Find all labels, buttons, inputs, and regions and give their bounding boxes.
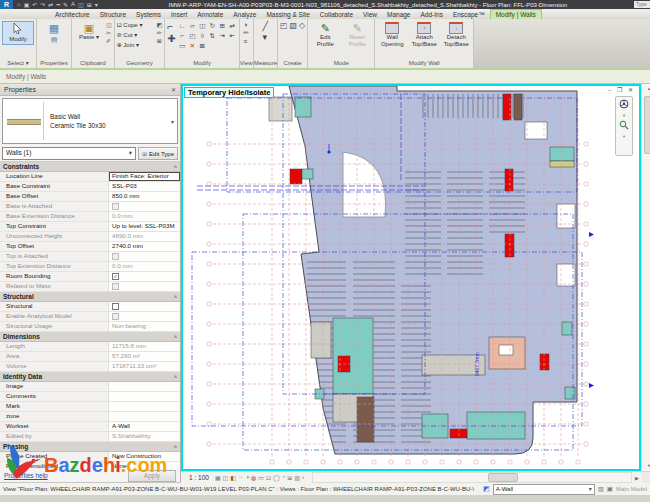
- 3d-view-icon[interactable]: ◫: [78, 1, 84, 8]
- tab-add-ins[interactable]: Add-Ins: [416, 10, 448, 19]
- editable-only-icon[interactable]: ▥: [598, 485, 604, 493]
- section-header-dimensions[interactable]: Dimensions^: [0, 332, 180, 342]
- grid-bubble[interactable]: [338, 460, 342, 464]
- property-value[interactable]: New Construction: [109, 452, 180, 461]
- grid-bubble[interactable]: [207, 422, 211, 426]
- grid-bubble[interactable]: [584, 262, 588, 266]
- drawing-area[interactable]: Temporary Hide/Isolate ‒ ❒ ✕ ▼ ▼ 9407.7m…: [181, 84, 641, 471]
- property-value[interactable]: SSL-P03: [109, 182, 180, 191]
- properties-help-link[interactable]: Properties help: [4, 472, 128, 479]
- wall-joins-icon[interactable]: ▭: [178, 41, 187, 50]
- grid-bubble[interactable]: [389, 460, 393, 464]
- tab-view[interactable]: View: [358, 10, 382, 19]
- grid-bubble[interactable]: [584, 142, 588, 146]
- property-value[interactable]: [109, 382, 180, 391]
- mirror-icon[interactable]: ▱: [188, 21, 197, 30]
- copy-icon[interactable]: ◫: [106, 21, 112, 28]
- grid-bubble[interactable]: [584, 242, 588, 246]
- property-value[interactable]: 850.0 mm: [109, 192, 180, 201]
- grid-bubble[interactable]: [584, 222, 588, 226]
- grid-bubble[interactable]: [457, 460, 461, 464]
- align-icon[interactable]: ⌐: [167, 21, 175, 32]
- room[interactable]: [565, 387, 575, 399]
- panel-label-select[interactable]: Select ▾: [0, 59, 36, 68]
- grid-bubble[interactable]: [423, 460, 427, 464]
- redo-icon[interactable]: ↷: [40, 1, 45, 8]
- grid-bubble[interactable]: [584, 322, 588, 326]
- collapse-icon[interactable]: ^: [174, 164, 177, 170]
- scale-icon[interactable]: ⇄: [228, 21, 237, 30]
- grid-bubble[interactable]: [584, 362, 588, 366]
- temporary-hide-isolate-badge[interactable]: Temporary Hide/Isolate: [184, 87, 274, 98]
- grid-bubble[interactable]: [207, 182, 211, 186]
- cope-button[interactable]: ⊡ Cope ▾: [117, 21, 155, 30]
- grid-bubble[interactable]: [584, 422, 588, 426]
- chevron-down-icon[interactable]: ▾: [168, 118, 177, 125]
- extend-icon[interactable]: ⇥: [218, 31, 227, 40]
- scroll-right-icon[interactable]: ▶: [632, 475, 642, 481]
- section-header-identity-data[interactable]: Identity Data^: [0, 372, 180, 382]
- properties-palette-header[interactable]: Properties ✕: [0, 84, 180, 96]
- create-parts-icon[interactable]: ◇: [299, 21, 305, 30]
- building-footprint[interactable]: [289, 86, 577, 454]
- property-value[interactable]: Finish Face: Exterior: [109, 172, 180, 181]
- worksharing-display-icon[interactable]: ▥: [294, 474, 300, 481]
- cut-geometry-button[interactable]: ⊘ Cut ▾: [117, 31, 155, 40]
- vertical-scrollbar[interactable]: ▲ ▼: [641, 84, 650, 471]
- modify-button[interactable]: Modify: [2, 21, 34, 45]
- grid-bubble[interactable]: [207, 242, 211, 246]
- cut-clipboard-icon[interactable]: ✂: [106, 29, 112, 36]
- ruler-icon[interactable]: ╱: [263, 21, 268, 31]
- array-icon[interactable]: ⊞: [218, 21, 227, 30]
- tab-modify-walls[interactable]: Modify | Walls: [490, 9, 542, 19]
- shorten-icon[interactable]: ⇤: [228, 31, 237, 40]
- grid-bubble[interactable]: [207, 302, 211, 306]
- measure-icon[interactable]: ━: [56, 1, 60, 8]
- vertical-scroll-thumb[interactable]: [644, 96, 650, 154]
- grid-bubble[interactable]: [508, 460, 512, 464]
- property-value[interactable]: A-Wall: [109, 422, 180, 431]
- grid-bubble[interactable]: [304, 460, 308, 464]
- horizontal-scroll-thumb[interactable]: [488, 473, 518, 482]
- zoom-icon[interactable]: [619, 120, 629, 132]
- revit-logo-icon[interactable]: R: [0, 0, 13, 9]
- grid-bubble[interactable]: [207, 442, 211, 446]
- split-icon[interactable]: ◰: [188, 31, 197, 40]
- list-icon[interactable]: ≡: [243, 38, 249, 45]
- save-icon[interactable]: ▣: [24, 1, 30, 8]
- room[interactable]: [550, 147, 574, 161]
- grid-bubble[interactable]: [542, 460, 546, 464]
- grid-bubble[interactable]: [372, 460, 376, 464]
- move-icon[interactable]: ✚: [167, 33, 175, 44]
- edit-profile-button[interactable]: ✎Edit Profile: [310, 21, 340, 49]
- tab-enscape-[interactable]: Enscape™: [448, 10, 490, 19]
- unpin-icon[interactable]: ⇅: [208, 31, 217, 40]
- copy-modify-icon[interactable]: ◫: [198, 21, 207, 30]
- misc-modify-icon[interactable]: ⊠: [198, 41, 207, 50]
- checkbox[interactable]: [112, 303, 119, 310]
- tab-massing-site[interactable]: Massing & Site: [261, 10, 314, 19]
- create-assembly-icon[interactable]: ▧: [290, 21, 298, 30]
- elevation-marker[interactable]: [589, 383, 594, 388]
- room[interactable]: [269, 97, 292, 121]
- grid-bubble[interactable]: [584, 182, 588, 186]
- horizontal-scrollbar[interactable]: [312, 472, 632, 483]
- grid-bubble[interactable]: [406, 460, 410, 464]
- grid-bubble[interactable]: [207, 222, 211, 226]
- chevron-down-icon[interactable]: ▼: [622, 134, 626, 139]
- active-workset-dropdown[interactable]: A-Wall▾: [493, 484, 595, 495]
- view-window-controls[interactable]: ‒ ❒ ✕: [608, 86, 635, 93]
- unlock-view-icon[interactable]: ◯: [273, 474, 280, 481]
- room[interactable]: [557, 204, 575, 228]
- grid-bubble[interactable]: [207, 362, 211, 366]
- grid-bubble[interactable]: [559, 460, 563, 464]
- open-icon[interactable]: ⌂: [17, 1, 21, 8]
- thin-lines-icon[interactable]: ▾: [95, 1, 98, 8]
- pin-icon[interactable]: ◊: [198, 31, 207, 40]
- grid-bubble[interactable]: [584, 442, 588, 446]
- override-icon[interactable]: ✏: [243, 29, 249, 37]
- grid-bubble[interactable]: [207, 342, 211, 346]
- property-value[interactable]: [109, 402, 180, 411]
- collapse-icon[interactable]: ^: [174, 444, 177, 450]
- room[interactable]: [290, 169, 302, 184]
